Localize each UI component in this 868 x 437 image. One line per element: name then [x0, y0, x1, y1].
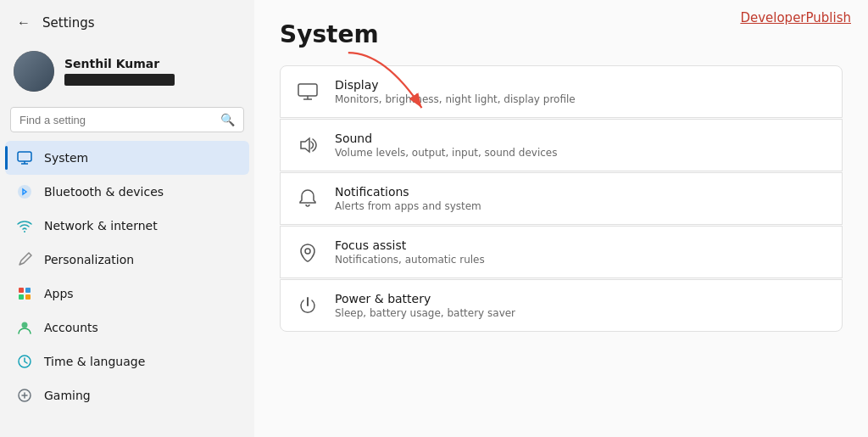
setting-focus-text: Focus assist Notifications, automatic ru…	[335, 238, 485, 266]
sidebar-item-bluetooth[interactable]: Bluetooth & devices	[5, 175, 249, 209]
svg-point-18	[305, 249, 310, 254]
sidebar-item-accounts[interactable]: Accounts	[5, 311, 249, 345]
setting-power-text: Power & battery Sleep, battery usage, ba…	[335, 292, 515, 319]
watermark: DeveloperPublish	[740, 10, 851, 25]
sidebar-item-bluetooth-label: Bluetooth & devices	[44, 185, 164, 199]
display-arrow	[339, 42, 449, 127]
display-icon	[296, 80, 320, 104]
focus-icon	[296, 240, 320, 264]
svg-marker-17	[301, 138, 309, 152]
sidebar-item-personalization[interactable]: Personalization	[5, 243, 249, 277]
sidebar-item-network[interactable]: Network & internet	[5, 209, 249, 243]
svg-rect-0	[18, 152, 31, 161]
sidebar-header: ← Settings	[0, 0, 254, 42]
setting-focus[interactable]: Focus assist Notifications, automatic ru…	[280, 226, 843, 278]
nav-list: System Bluetooth & devices Network &	[0, 141, 254, 412]
sound-icon	[296, 133, 320, 157]
sidebar-item-system[interactable]: System	[5, 141, 249, 175]
time-icon	[15, 352, 34, 371]
sidebar-item-network-label: Network & internet	[44, 219, 158, 233]
setting-sound-name: Sound	[335, 132, 557, 145]
sidebar-item-time[interactable]: Time & language	[5, 345, 249, 378]
setting-notifications-desc: Alerts from apps and system	[335, 200, 481, 212]
svg-point-3	[18, 185, 31, 199]
svg-point-4	[24, 231, 25, 233]
app-title: Settings	[42, 15, 95, 31]
sidebar-item-personalization-label: Personalization	[44, 253, 134, 266]
notifications-icon	[296, 187, 320, 210]
setting-focus-name: Focus assist	[335, 238, 485, 252]
bluetooth-icon	[15, 182, 34, 201]
user-email-bar	[64, 74, 175, 86]
user-info: Senthil Kumar	[64, 57, 175, 86]
sidebar-item-apps-label: Apps	[44, 287, 74, 300]
avatar-image	[14, 51, 54, 92]
apps-icon	[15, 284, 34, 303]
user-name: Senthil Kumar	[64, 57, 175, 70]
setting-notifications-text: Notifications Alerts from apps and syste…	[335, 185, 481, 212]
svg-rect-5	[19, 288, 24, 293]
personalization-icon	[15, 250, 34, 269]
main-content: DeveloperPublish System	[254, 0, 868, 437]
setting-power-desc: Sleep, battery usage, battery saver	[335, 307, 515, 319]
sidebar-item-system-label: System	[44, 151, 88, 165]
accounts-icon	[15, 318, 34, 337]
power-icon	[296, 294, 320, 317]
search-icon: 🔍	[220, 113, 235, 126]
sidebar-item-apps[interactable]: Apps	[5, 277, 249, 311]
svg-rect-6	[25, 288, 31, 293]
sidebar: ← Settings Senthil Kumar 🔍 System	[0, 0, 254, 437]
svg-rect-7	[19, 294, 24, 300]
setting-notifications-name: Notifications	[335, 185, 481, 199]
system-icon	[15, 148, 34, 167]
network-icon	[15, 216, 34, 235]
sidebar-item-gaming[interactable]: Gaming	[5, 378, 249, 412]
svg-rect-8	[25, 294, 31, 300]
setting-focus-desc: Notifications, automatic rules	[335, 254, 485, 266]
setting-notifications[interactable]: Notifications Alerts from apps and syste…	[280, 172, 843, 225]
svg-point-9	[22, 322, 28, 328]
back-button[interactable]: ←	[14, 12, 34, 34]
search-input[interactable]	[19, 114, 214, 126]
setting-sound-text: Sound Volume levels, output, input, soun…	[335, 132, 557, 159]
search-box[interactable]: 🔍	[10, 107, 244, 132]
sidebar-item-time-label: Time & language	[44, 355, 145, 368]
sidebar-item-accounts-label: Accounts	[44, 321, 98, 334]
setting-power-name: Power & battery	[335, 292, 515, 305]
avatar	[14, 51, 54, 92]
sidebar-item-gaming-label: Gaming	[44, 389, 91, 402]
setting-sound-desc: Volume levels, output, input, sound devi…	[335, 147, 557, 159]
user-profile[interactable]: Senthil Kumar	[0, 42, 254, 104]
setting-power[interactable]: Power & battery Sleep, battery usage, ba…	[280, 279, 843, 332]
gaming-icon	[15, 386, 34, 405]
svg-rect-14	[298, 84, 317, 96]
